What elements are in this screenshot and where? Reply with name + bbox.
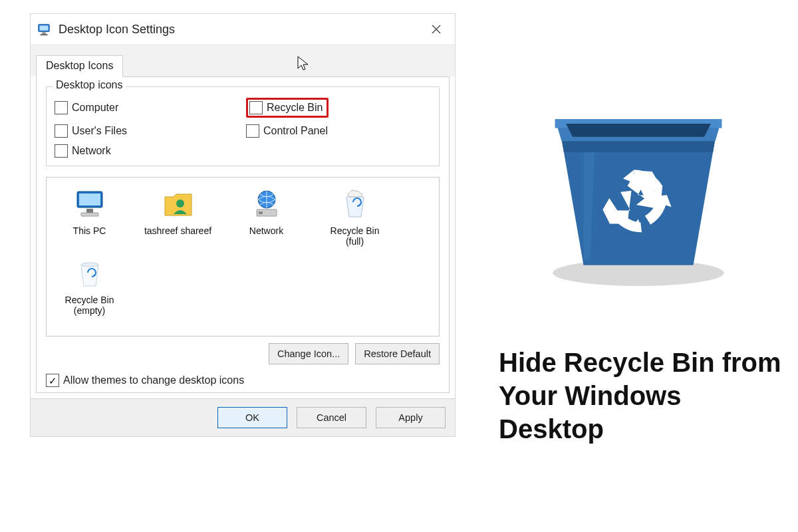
tabstrip: Desktop Icons: [31, 45, 455, 76]
checkbox-allow-themes[interactable]: Allow themes to change desktop icons: [46, 374, 440, 387]
group-legend: Desktop icons: [53, 79, 126, 91]
desktop-icon-settings-dialog: Desktop Icon Settings Desktop Icons Desk…: [30, 13, 456, 437]
icon-label: This PC: [73, 225, 106, 236]
checkbox-icon: [46, 374, 59, 387]
svg-rect-1: [40, 26, 49, 31]
icon-label: Recycle Bin (empty): [55, 295, 124, 316]
icon-buttons-row: Change Icon... Restore Default: [46, 343, 440, 364]
computer-icon: [71, 186, 108, 223]
icon-user-folder[interactable]: tashreef shareef: [143, 186, 213, 247]
checkbox-label: Allow themes to change desktop icons: [63, 374, 244, 386]
dialog-title: Desktop Icon Settings: [59, 23, 423, 37]
hero-graphic: [505, 73, 771, 293]
dialog-footer: OK Cancel Apply: [31, 398, 455, 436]
restore-default-button[interactable]: Restore Default: [355, 343, 440, 364]
checkbox-icon: [246, 124, 259, 138]
titlebar: Desktop Icon Settings: [31, 14, 455, 45]
recycle-bin-icon: [529, 73, 748, 293]
recycle-bin-full-icon: [336, 186, 374, 223]
checkbox-control-panel[interactable]: Control Panel: [246, 124, 431, 138]
tab-body: Desktop icons Computer Recycle Bin: [36, 76, 450, 393]
checkbox-icon: [55, 101, 68, 114]
user-folder-icon: [160, 186, 197, 223]
checkbox-network[interactable]: Network: [55, 144, 239, 158]
icon-recycle-bin-full[interactable]: Recycle Bin (full): [320, 186, 390, 247]
checkbox-icon: [55, 124, 68, 138]
svg-rect-6: [86, 209, 93, 213]
app-icon: [36, 21, 52, 37]
checkbox-icon: [55, 144, 68, 158]
svg-rect-11: [259, 211, 263, 214]
svg-rect-3: [41, 34, 48, 35]
tab-desktop-icons[interactable]: Desktop Icons: [36, 55, 123, 77]
network-icon: [248, 186, 285, 223]
checkbox-label: Network: [72, 145, 111, 157]
recycle-bin-highlight: Recycle Bin: [246, 98, 329, 118]
cancel-button[interactable]: Cancel: [297, 407, 366, 428]
svg-point-8: [176, 200, 184, 207]
apply-button[interactable]: Apply: [376, 407, 446, 428]
checkbox-label: Recycle Bin: [267, 102, 323, 114]
icon-this-pc[interactable]: This PC: [55, 186, 124, 247]
icon-label: Network: [249, 225, 283, 236]
icon-label: Recycle Bin (full): [320, 225, 390, 247]
checkbox-label: User's Files: [72, 125, 127, 137]
checkbox-icon: [249, 101, 263, 114]
checkbox-users-files[interactable]: User's Files: [55, 124, 239, 138]
icon-network[interactable]: Network: [231, 186, 301, 247]
change-icon-button[interactable]: Change Icon...: [269, 343, 348, 364]
recycle-bin-empty-icon: [71, 255, 108, 292]
desktop-icons-group: Desktop icons Computer Recycle Bin: [46, 86, 440, 166]
icon-label: tashreef shareef: [144, 225, 211, 236]
checkbox-label: Computer: [72, 102, 118, 114]
checkbox-recycle-bin[interactable]: Recycle Bin: [249, 101, 323, 114]
icon-recycle-bin-empty[interactable]: Recycle Bin (empty): [55, 255, 124, 316]
ok-button[interactable]: OK: [217, 407, 287, 428]
svg-point-12: [81, 263, 98, 267]
svg-rect-7: [81, 213, 98, 216]
svg-rect-2: [42, 33, 46, 35]
checkbox-computer[interactable]: Computer: [55, 98, 239, 118]
hero-headline: Hide Recycle Bin from Your Windows Deskt…: [499, 346, 785, 446]
icon-preview-box: This PC tashreef shareef: [46, 177, 440, 336]
close-button[interactable]: [423, 16, 450, 43]
svg-rect-5: [79, 194, 100, 205]
checkbox-label: Control Panel: [263, 125, 328, 137]
